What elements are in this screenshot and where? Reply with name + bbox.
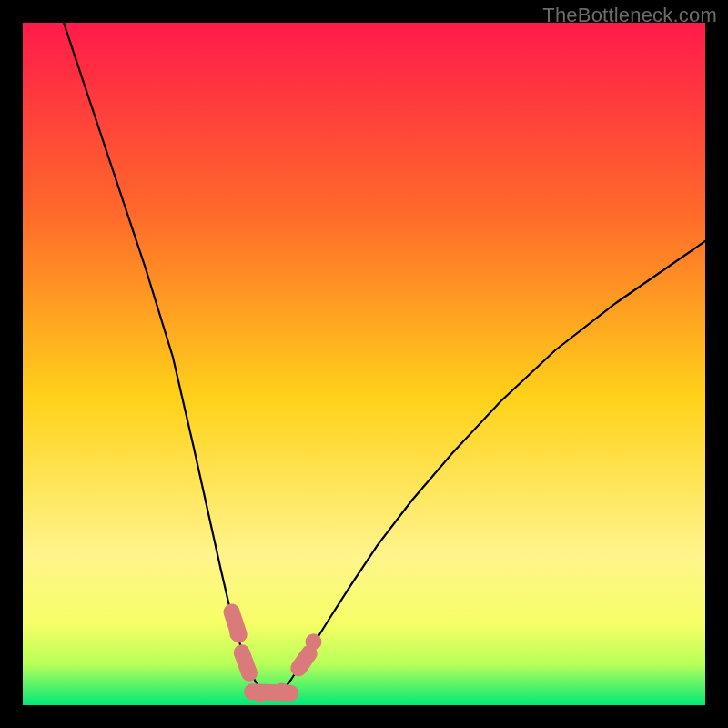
- marker-capsule: [298, 653, 308, 668]
- marker-dot: [252, 686, 268, 703]
- chart-frame: TheBottleneck.com: [0, 0, 728, 728]
- marker-dot: [229, 625, 246, 642]
- marker-dot: [274, 683, 290, 700]
- plot-area: [23, 23, 705, 705]
- bottleneck-chart: [23, 23, 705, 705]
- marker-dot: [306, 633, 322, 650]
- marker-capsule: [242, 652, 249, 673]
- gradient-background: [23, 23, 705, 705]
